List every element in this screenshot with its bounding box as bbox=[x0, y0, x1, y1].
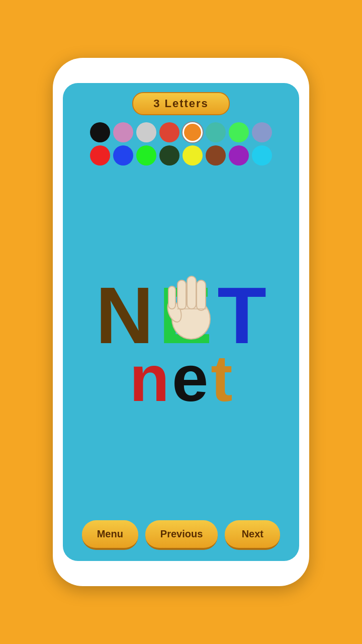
color-orange[interactable] bbox=[183, 122, 203, 142]
color-red[interactable] bbox=[90, 145, 110, 166]
color-yellow[interactable] bbox=[183, 145, 203, 166]
hand-cursor bbox=[163, 271, 219, 337]
svg-rect-2 bbox=[197, 280, 206, 310]
color-pink[interactable] bbox=[113, 122, 133, 142]
color-lime[interactable] bbox=[229, 122, 249, 142]
phone-frame: 3 Letters N bbox=[53, 58, 309, 586]
color-purple[interactable] bbox=[229, 145, 249, 166]
color-blue[interactable] bbox=[113, 145, 133, 166]
color-green[interactable] bbox=[136, 145, 156, 166]
svg-rect-3 bbox=[187, 276, 196, 309]
previous-button[interactable]: Previous bbox=[145, 520, 218, 550]
next-button[interactable]: Next bbox=[225, 520, 280, 550]
svg-rect-5 bbox=[168, 286, 175, 309]
letters-area: N E T bbox=[63, 166, 299, 520]
color-palette bbox=[85, 122, 277, 166]
color-dark-green[interactable] bbox=[159, 145, 179, 166]
color-cyan[interactable] bbox=[252, 145, 272, 166]
title-bar: 3 Letters bbox=[132, 92, 230, 115]
color-black[interactable] bbox=[90, 122, 110, 142]
color-brown[interactable] bbox=[206, 145, 226, 166]
color-red-dark[interactable] bbox=[159, 122, 179, 142]
bottom-nav: Menu Previous Next bbox=[82, 520, 281, 550]
screen: 3 Letters N bbox=[63, 83, 299, 561]
color-teal[interactable] bbox=[206, 122, 226, 142]
svg-rect-4 bbox=[177, 280, 186, 309]
title-text: 3 Letters bbox=[153, 97, 209, 110]
color-gray[interactable] bbox=[136, 122, 156, 142]
letter-t-lower[interactable]: t bbox=[211, 346, 232, 411]
color-periwinkle[interactable] bbox=[252, 122, 272, 142]
menu-button[interactable]: Menu bbox=[82, 520, 138, 550]
